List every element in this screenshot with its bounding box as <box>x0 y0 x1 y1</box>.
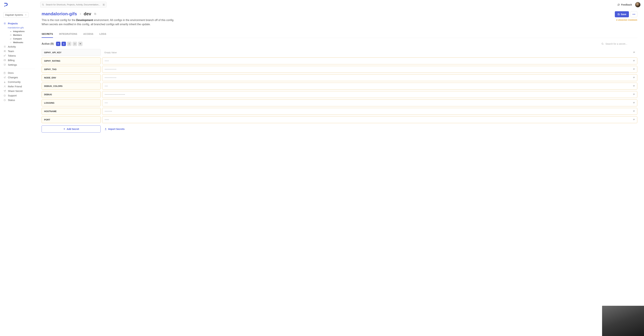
svg-point-17 <box>4 55 5 56</box>
secret-key[interactable]: DEBUG <box>42 91 100 98</box>
masked-value: ●●● <box>105 102 108 104</box>
secret-row: LOGGING●●● <box>42 99 637 106</box>
comment-icon[interactable] <box>633 60 635 62</box>
secret-search-input[interactable] <box>606 43 637 45</box>
svg-point-5 <box>4 23 5 24</box>
comment-icon[interactable] <box>633 76 635 79</box>
svg-point-20 <box>4 65 5 65</box>
secret-key[interactable]: NODE_ENV <box>42 74 100 81</box>
breadcrumb: mandalorion-gifs dev <box>42 11 179 17</box>
sidebar-project-link[interactable]: mandalorion-gifs <box>8 26 38 30</box>
nav-secondary-item[interactable]: Support <box>3 93 38 98</box>
lock-button[interactable] <box>67 42 72 46</box>
secret-value[interactable]: ●●● <box>102 99 637 106</box>
nav-item[interactable]: Billing <box>3 58 38 63</box>
unsaved-changes-label: 8 UNSAVED CHANGES <box>615 19 637 21</box>
upload-button[interactable] <box>62 42 66 46</box>
add-secret-button[interactable] <box>56 42 60 46</box>
tab[interactable]: LOGS <box>100 33 106 38</box>
secret-value[interactable]: ●●●●●●●●●●● <box>102 66 637 73</box>
nav-item[interactable]: Settings <box>3 63 38 67</box>
nav-item[interactable]: Activity <box>3 44 38 49</box>
sidebar-subitem[interactable]: Integrations <box>10 30 38 33</box>
org-selector[interactable]: Dagobah Systems <box>3 12 28 18</box>
tab[interactable]: INTEGRATIONS <box>59 33 77 38</box>
nav-icon <box>3 59 6 62</box>
secret-value[interactable]: ●●●● <box>102 57 637 64</box>
secret-key[interactable]: GIPHY_RATING <box>42 57 100 64</box>
tab[interactable]: ACCESS <box>83 33 94 38</box>
comment-icon[interactable] <box>633 102 635 104</box>
save-button[interactable]: Save <box>615 11 629 17</box>
nav-item[interactable]: Team <box>3 49 38 53</box>
comment-button[interactable] <box>78 42 82 46</box>
masked-value: ●●●●●●●●●●● <box>105 77 116 78</box>
comment-icon[interactable] <box>633 110 635 112</box>
comment-icon[interactable] <box>633 68 635 70</box>
secret-value[interactable]: Empty Value <box>102 49 637 56</box>
copy-icon[interactable] <box>94 13 96 15</box>
import-secrets-link[interactable]: Import Secrets <box>102 125 127 132</box>
nav-label: Refer Friend <box>8 85 22 88</box>
svg-rect-8 <box>10 39 10 40</box>
secret-key[interactable]: GIPHY_API_KEY <box>42 49 100 56</box>
comment-icon[interactable] <box>633 118 635 121</box>
sidebar-subitem[interactable]: Members <box>10 33 38 37</box>
active-count: Active (9) <box>42 42 54 45</box>
history-button[interactable] <box>72 42 77 46</box>
secrets-toolbar: Active (9) <box>42 42 637 46</box>
secret-value[interactable]: ●●●● <box>102 116 637 123</box>
secret-value[interactable]: ●●● <box>102 83 637 90</box>
comment-icon[interactable] <box>633 51 635 54</box>
comment-icon[interactable] <box>633 85 635 87</box>
search-icon <box>602 43 604 45</box>
add-secret-link[interactable]: Add Secret <box>42 125 100 132</box>
nav-secondary-item[interactable]: Changes <box>3 75 38 80</box>
secret-key[interactable]: LOGGING <box>42 99 100 106</box>
secret-key[interactable]: GIPHY_TAG <box>42 66 100 73</box>
gear-icon <box>3 22 6 25</box>
nav-secondary-item[interactable]: Refer Friend <box>3 84 38 89</box>
user-avatar[interactable] <box>635 2 641 8</box>
sidebar-subitem[interactable]: Webhooks <box>10 41 38 44</box>
secret-key[interactable]: PORT <box>42 116 100 123</box>
nav-secondary-item[interactable]: Status <box>3 98 38 102</box>
save-icon <box>618 13 620 16</box>
feedback-link[interactable]: Feedback <box>617 3 632 6</box>
svg-point-11 <box>10 42 11 43</box>
webcam-overlay <box>602 306 644 336</box>
feedback-label: Feedback <box>621 3 632 6</box>
masked-value: ●●●●●●● <box>105 110 112 112</box>
secret-value[interactable]: ●●●●●●● <box>102 108 637 115</box>
nav-projects[interactable]: Projects <box>3 21 38 26</box>
tab[interactable]: SECRETS <box>42 33 53 38</box>
nav-secondary-item[interactable]: Community <box>3 80 38 84</box>
caret-down-icon <box>25 14 27 16</box>
nav-label: Settings <box>8 63 17 66</box>
breadcrumb-project[interactable]: mandalorion-gifs <box>42 11 77 17</box>
app-logo[interactable] <box>3 2 8 7</box>
secret-key[interactable]: HOSTNAME <box>42 108 100 115</box>
secret-key[interactable]: DEBUG_COLORS <box>42 83 100 90</box>
secret-value[interactable]: ●●●●●●●●●●●●●●●●●●● <box>102 91 637 98</box>
secret-value[interactable]: ●●●●●●●●●●● <box>102 74 637 81</box>
sidebar-subitem[interactable]: Compare <box>10 37 38 41</box>
subitem-icon <box>10 34 12 36</box>
nav-icon <box>3 64 6 66</box>
breadcrumb-env: dev <box>84 11 91 17</box>
more-actions-button[interactable]: ••• <box>630 11 637 17</box>
svg-point-16 <box>5 50 6 51</box>
global-search: S <box>40 2 106 8</box>
nav-secondary-item[interactable]: Share Secret <box>3 89 38 93</box>
svg-point-2 <box>618 5 618 5</box>
subitem-icon <box>10 42 12 44</box>
nav-icon <box>3 94 6 97</box>
comment-icon[interactable] <box>633 93 635 96</box>
nav-item[interactable]: Tokens <box>3 53 38 58</box>
masked-value: ●●●●●●●●●●● <box>105 68 116 70</box>
nav-icon <box>3 76 6 79</box>
masked-value: ●●●● <box>105 119 109 120</box>
nav-icon <box>3 50 6 52</box>
nav-secondary-item[interactable]: Docs <box>3 71 38 75</box>
search-input[interactable] <box>40 2 106 8</box>
